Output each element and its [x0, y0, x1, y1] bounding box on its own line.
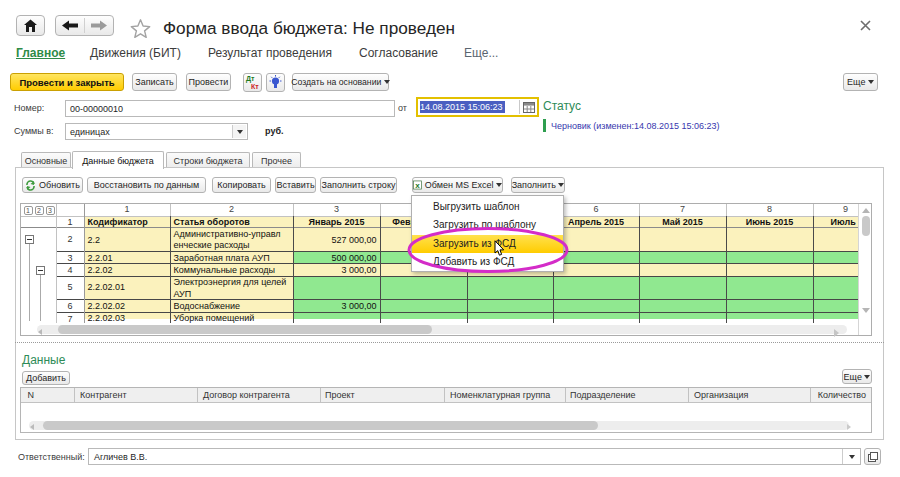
svg-text:x: x	[415, 181, 420, 190]
